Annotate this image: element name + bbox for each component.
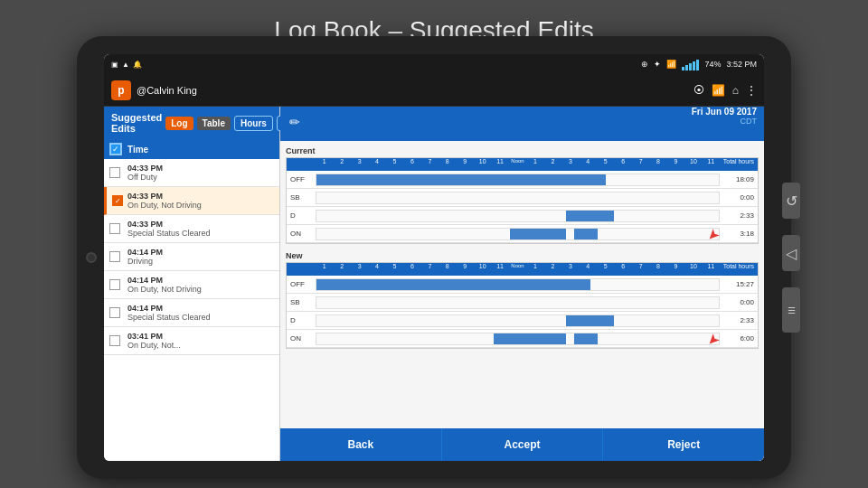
- back-button[interactable]: Back: [280, 428, 442, 461]
- column-header: ✓ Time: [104, 139, 279, 159]
- status-bar: ▣ ▲ 🔔 ⊕ ✦ 📶 74% 3:52 PM: [104, 54, 764, 74]
- check-mark: ✓: [112, 145, 119, 154]
- side-buttons: ↺ ◁ ☰: [782, 183, 800, 333]
- d-row-current: D 2:33: [287, 207, 758, 225]
- item-checkbox[interactable]: [109, 335, 120, 346]
- item-time: 04:14 PM: [127, 248, 272, 257]
- sb-row-current: SB 0:00: [287, 189, 758, 207]
- total-col-header: Total hours: [720, 158, 754, 171]
- signal-bars: [682, 58, 699, 70]
- camera: [86, 252, 97, 263]
- item-time: 04:33 PM: [127, 220, 272, 229]
- list-item[interactable]: 04:14 PM Special Status Cleared: [104, 299, 279, 327]
- right-panel-header: ✏ Fri Jun 09 2017 CDT: [280, 107, 764, 141]
- status-left-icons: ▣ ▲ 🔔: [111, 61, 142, 69]
- signal-appbar-icon: 📶: [712, 84, 725, 97]
- new-total-col-header: Total hours: [720, 263, 754, 276]
- main-content: Suggested Edits Log Table Hours Violatio…: [104, 107, 764, 461]
- off-total: 18:09: [720, 175, 754, 183]
- hours-row: 1 2 3 4 5 6 7 8 9 10 11: [287, 158, 758, 171]
- home-appbar-icon[interactable]: ⌂: [732, 84, 739, 97]
- tab-hours[interactable]: Hours: [234, 116, 273, 131]
- d-track: [316, 210, 720, 222]
- status-right: ⊕ ✦ 📶 74% 3:52 PM: [641, 58, 757, 70]
- screen: ▣ ▲ 🔔 ⊕ ✦ 📶 74% 3:52 PM p: [104, 54, 764, 461]
- more-options-icon[interactable]: ⋮: [746, 84, 757, 97]
- on-segment1: [510, 229, 566, 239]
- back-nav-button[interactable]: ↺: [782, 183, 800, 219]
- item-checkbox[interactable]: ✓: [112, 195, 123, 206]
- sb-label-new: SB: [290, 298, 316, 306]
- on-total: 3:18: [720, 230, 754, 238]
- item-status: On Duty, Not Driving: [127, 285, 272, 294]
- log-list: 04:33 PM Off Duty ✓ 04:33 PM On Duty, No…: [104, 159, 279, 461]
- off-label: OFF: [290, 175, 316, 183]
- d-total: 2:33: [720, 211, 754, 220]
- list-item[interactable]: 04:33 PM Special Status Cleared: [104, 215, 279, 243]
- on-segment1-new: [494, 333, 566, 344]
- empty-col: [290, 158, 316, 171]
- sb-track: [316, 192, 720, 204]
- item-time: 04:33 PM: [127, 192, 272, 201]
- date-text: Fri Jun 09 2017: [692, 107, 757, 117]
- item-time: 04:14 PM: [127, 304, 272, 313]
- item-checkbox[interactable]: [109, 279, 120, 290]
- item-status: On Duty, Not Driving: [127, 201, 272, 210]
- off-label-new: OFF: [290, 280, 316, 288]
- item-checkbox[interactable]: [109, 251, 120, 262]
- bluetooth-appbar-icon[interactable]: ⦿: [693, 84, 704, 97]
- item-checkbox[interactable]: [109, 223, 120, 234]
- reject-button[interactable]: Reject: [603, 428, 764, 461]
- accept-button[interactable]: Accept: [442, 428, 604, 461]
- off-track: [316, 174, 720, 186]
- on-label: ON: [290, 230, 316, 238]
- select-all-checkbox[interactable]: ✓: [109, 143, 122, 155]
- off-total-new: 15:27: [720, 280, 754, 288]
- on-total-new: 6:00: [720, 334, 754, 343]
- d-track-new: [316, 314, 720, 327]
- sb-total: 0:00: [720, 193, 754, 202]
- alert-icon: ▲: [122, 61, 129, 69]
- list-item[interactable]: ✓ 04:33 PM On Duty, Not Driving: [104, 187, 279, 215]
- tab-table[interactable]: Table: [197, 117, 231, 130]
- off-segment: [316, 174, 606, 185]
- gps-icon: ⊕: [641, 60, 648, 69]
- battery-percent: 74%: [704, 60, 721, 69]
- app-bar: p @Calvin King ⦿ 📶 ⌂ ⋮: [104, 74, 764, 107]
- tab-log[interactable]: Log: [165, 117, 193, 130]
- time-column-label: Time: [127, 145, 148, 155]
- bar4: [693, 61, 695, 70]
- sound-icon: 🔔: [133, 61, 142, 69]
- home-nav-button[interactable]: ◁: [782, 235, 800, 271]
- notification-icon: ▣: [111, 61, 118, 69]
- item-time: 03:41 PM: [127, 332, 272, 341]
- on-track: [316, 228, 720, 240]
- list-item[interactable]: 04:33 PM Off Duty: [104, 159, 279, 187]
- menu-nav-button[interactable]: ☰: [782, 287, 800, 333]
- bar5: [696, 60, 699, 70]
- list-item[interactable]: 03:41 PM On Duty, Not...: [104, 327, 279, 355]
- on-segment2: [574, 229, 599, 239]
- bluetooth-icon: ✦: [654, 60, 661, 69]
- left-panel: Suggested Edits Log Table Hours Violatio…: [104, 107, 280, 461]
- driver-name: @Calvin King: [137, 85, 688, 96]
- right-panel: ✏ Fri Jun 09 2017 CDT Current: [280, 107, 764, 461]
- sb-row-new: SB 0:00: [287, 294, 758, 312]
- bottom-bar: Back Accept Reject: [280, 428, 764, 461]
- list-item[interactable]: 04:14 PM Driving: [104, 243, 279, 271]
- d-label-new: D: [290, 316, 316, 324]
- edit-icon: ✏: [289, 115, 307, 133]
- current-chart-label: Current: [286, 146, 759, 155]
- item-time: 04:14 PM: [127, 276, 272, 285]
- on-label-new: ON: [290, 334, 316, 343]
- item-checkbox[interactable]: [109, 167, 120, 178]
- suggested-edits-header: Suggested Edits Log Table Hours Violatio…: [104, 107, 279, 139]
- off-row-new: OFF 15:27: [287, 276, 758, 294]
- item-checkbox[interactable]: [109, 307, 120, 318]
- list-item[interactable]: 04:14 PM On Duty, Not Driving: [104, 271, 279, 299]
- sb-total-new: 0:00: [720, 298, 754, 306]
- bar3: [689, 63, 692, 70]
- bar1: [682, 67, 684, 70]
- bar2: [685, 65, 688, 70]
- on-row-current: ON 3:18 ➤: [287, 225, 758, 243]
